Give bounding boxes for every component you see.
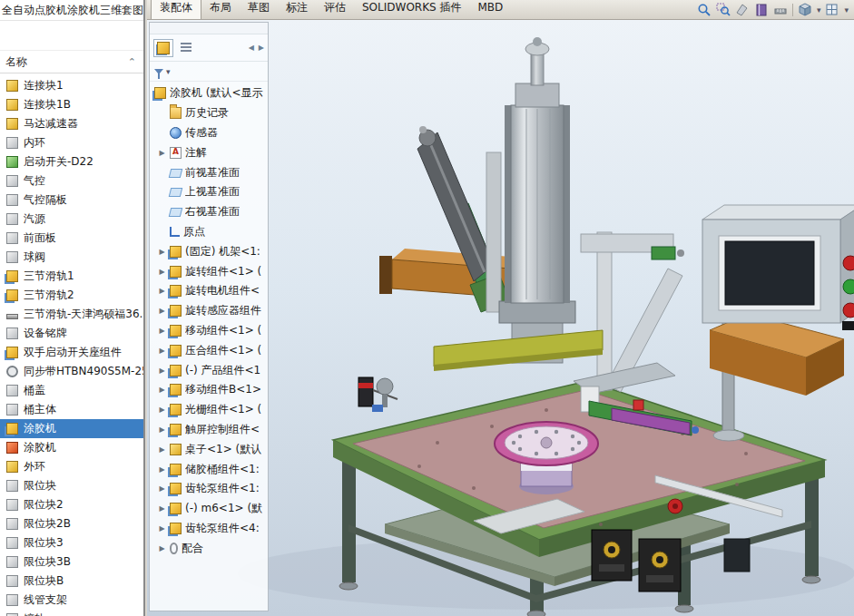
list-item[interactable]: 连接块1B [0,95,143,114]
expand-chevron-icon[interactable]: ▶ [158,406,166,414]
display-style-dropdown-icon[interactable]: ▾ [844,5,849,15]
expand-chevron-icon[interactable]: ▶ [158,386,166,394]
tree-item[interactable]: ▶旋转电机组件< [150,281,268,301]
expand-chevron-icon[interactable]: ▶ [158,149,166,157]
tree-item[interactable]: ▶(-) m6<1> (默 [150,499,268,519]
zoom-to-fit-icon[interactable] [697,3,712,17]
list-item[interactable]: 双手启动开关座组件 [0,343,143,362]
list-item[interactable]: 气控 [0,171,143,191]
list-item[interactable]: 气控隔板 [0,191,143,210]
list-item[interactable]: 外环 [0,457,143,476]
sensor-icon [170,127,182,139]
list-item-label: 外环 [24,459,45,474]
tree-item[interactable]: ▶上视基准面 [150,182,268,202]
tree-item[interactable]: ▶储胶桶组件<1: [150,459,268,479]
list-item[interactable]: 限位块3B [0,552,143,572]
list-item[interactable]: 三节滑轨-天津鸿硕福36.0 [0,305,143,324]
appearances-icon[interactable] [754,3,769,17]
expand-chevron-icon[interactable]: ▶ [158,524,166,533]
list-item[interactable]: 限位块2B [0,514,143,533]
name-column-header[interactable]: 名称 ⌃ [0,51,143,73]
expand-chevron-icon[interactable]: ▶ [158,268,166,276]
list-item[interactable]: 前面板 [0,229,143,248]
toolbar-separator [792,4,793,16]
list-item[interactable]: 限位块3 [0,533,143,552]
expand-chevron-icon[interactable]: ▶ [158,327,166,335]
expand-chevron-icon[interactable]: ▶ [158,425,166,434]
tree-item[interactable]: ▶旋转组件<1> ( [150,261,268,281]
tree-item[interactable]: ▶前视基准面 [150,162,268,182]
tree-item[interactable]: ▶历史记录 [150,103,268,123]
list-item-label: 桶主体 [24,402,56,417]
list-item[interactable]: 限位块B [0,572,143,591]
tree-item[interactable]: ▶旋转感应器组件 [150,301,268,321]
expand-chevron-icon[interactable]: ▶ [158,307,166,315]
expand-chevron-icon[interactable]: ▶ [158,504,166,513]
design-tree-tab[interactable] [153,39,173,57]
view-orientation-dropdown-icon[interactable]: ▾ [817,5,821,15]
expand-chevron-icon[interactable]: ▶ [158,484,166,493]
expand-chevron-icon[interactable]: ▶ [158,248,166,256]
tree-item[interactable]: ▶(-) 产品组件<1 [150,360,268,380]
section-view-icon[interactable] [735,3,750,17]
expand-chevron-icon[interactable]: ▶ [158,367,166,375]
list-item[interactable]: 限位块 [0,476,143,495]
expand-chevron-icon[interactable]: ▶ [158,544,166,552]
tree-item[interactable]: ▶传感器 [150,123,268,143]
tree-item[interactable]: ▶注解 [150,142,268,162]
list-item[interactable]: 线管支架 [0,591,143,610]
list-item[interactable]: 汽源 [0,210,143,229]
expand-chevron-icon[interactable]: ▶ [158,445,166,454]
measure-icon[interactable] [773,3,788,17]
expand-chevron-icon[interactable]: ▶ [158,287,166,295]
list-item-selected[interactable]: 涂胶机 [0,419,143,438]
list-item[interactable]: 限位块2 [0,495,143,514]
list-item[interactable]: 球阀 [0,248,143,267]
tree-item[interactable]: ▶触屏控制组件< [150,420,268,440]
list-item[interactable]: 同步带HTBN490S5M-25 [0,362,143,381]
tree-root-item[interactable]: 涂胶机 (默认<显示 [150,83,268,103]
tab-layout[interactable]: 布局 [201,0,240,19]
tree-item[interactable]: ▶齿轮泵组件<1: [150,479,268,499]
tree-item[interactable]: ▶配合 [150,538,268,558]
tree-item[interactable]: ▶移动组件B<1> [150,380,268,400]
tab-assembly[interactable]: 装配体 [151,0,201,19]
display-style-icon[interactable] [825,3,839,17]
tab-sketch[interactable]: 草图 [240,0,278,19]
collapse-icon[interactable]: ⌃ [128,56,136,68]
tree-item[interactable]: ▶右视基准面 [150,202,268,222]
list-item-label: 双手启动开关座组件 [24,345,122,360]
pane-prev-icon[interactable]: ◀ [249,44,254,52]
expand-chevron-icon[interactable]: ▶ [158,347,166,355]
list-item[interactable]: 镶轨 [0,610,143,616]
list-item[interactable]: 启动开关-D22 [0,152,143,171]
graphics-viewport[interactable]: ◀ ▶ ▾ 涂胶机 (默认<显示 ▶历史记录 ▶传感器 ▶注解 ▶前视基准面 ▶… [147,20,854,616]
list-item[interactable]: 桶盖 [0,381,143,400]
tree-item[interactable]: ▶齿轮泵组件<4: [150,519,268,539]
tree-filter[interactable]: ▾ [150,62,268,82]
zoom-area-icon[interactable] [716,3,731,17]
list-item[interactable]: 三节滑轨2 [0,286,143,305]
list-item[interactable]: 涂胶机 [0,438,143,457]
tree-item[interactable]: ▶压合组件<1> ( [150,340,268,360]
list-item[interactable]: 三节滑轨1 [0,267,143,286]
list-item[interactable]: 设备铭牌 [0,324,143,343]
tree-item[interactable]: ▶桌子<1> (默认 [150,439,268,459]
list-item[interactable]: 马达减速器 [0,114,143,133]
list-item[interactable]: 内环 [0,133,143,152]
display-pane-tab[interactable] [176,39,196,57]
pane-next-icon[interactable]: ▶ [259,44,264,52]
tree-item[interactable]: ▶光栅组件<1> ( [150,400,268,420]
tree-item[interactable]: ▶原点 [150,222,268,242]
tab-annotate[interactable]: 标注 [278,0,316,19]
list-item[interactable]: 连接块1 [0,76,143,95]
tab-mbd[interactable]: MBD [469,0,511,19]
list-item[interactable]: 桶主体 [0,400,143,419]
expand-chevron-icon[interactable]: ▶ [158,465,166,474]
tree-item[interactable]: ▶移动组件<1> ( [150,321,268,341]
tab-solidworks-addins[interactable]: SOLIDWORKS 插件 [354,0,469,19]
filter-dropdown-icon[interactable]: ▾ [166,67,171,76]
tree-item[interactable]: ▶(固定) 机架<1: [150,241,268,261]
tab-evaluate[interactable]: 评估 [316,0,354,19]
view-orientation-icon[interactable] [798,3,812,17]
